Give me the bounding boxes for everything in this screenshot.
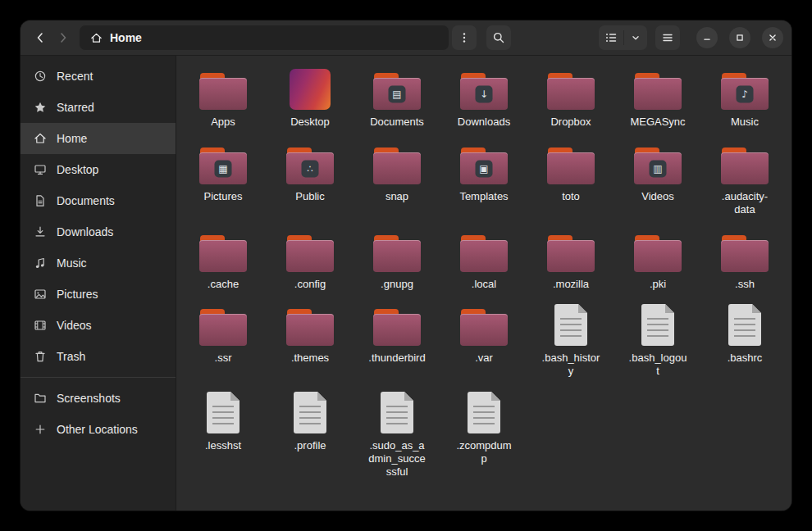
folder-icon	[547, 148, 595, 184]
minimize-button[interactable]	[696, 27, 718, 48]
file-item[interactable]: .bashrc	[701, 300, 788, 378]
file-item[interactable]: snap	[354, 138, 440, 216]
sidebar-item-label: Desktop	[57, 163, 98, 176]
path-label: Home	[110, 31, 142, 44]
file-item[interactable]: Dropbox	[527, 64, 614, 129]
file-label: .lesshst	[205, 439, 241, 452]
file-item[interactable]: .lesshst	[180, 388, 267, 479]
folder-icon	[199, 235, 247, 272]
folder-icon	[286, 235, 334, 272]
file-label: .ssh	[735, 278, 755, 291]
file-label: Downloads	[458, 116, 510, 129]
maximize-button[interactable]	[729, 27, 750, 48]
file-item[interactable]: .sudo_as_admin_successful	[354, 388, 440, 479]
list-view-button[interactable]	[599, 25, 623, 50]
file-item[interactable]: ▤ Documents	[354, 64, 440, 129]
file-item[interactable]: ♪ Music	[701, 64, 788, 129]
view-options-button[interactable]	[452, 25, 477, 50]
clock-icon	[34, 70, 47, 83]
folder-icon: ▣	[460, 148, 508, 184]
close-icon	[767, 32, 778, 43]
folder-icon	[373, 148, 421, 184]
file-item[interactable]: .local	[440, 226, 527, 291]
image-icon	[34, 288, 47, 301]
sidebar-item-label: Home	[57, 132, 87, 145]
sidebar-item-desktop[interactable]: Desktop	[21, 154, 176, 185]
folder-icon: ∴	[286, 148, 334, 184]
file-item[interactable]: .mozilla	[527, 226, 614, 291]
file-item[interactable]: Apps	[180, 64, 267, 129]
file-item[interactable]: .profile	[267, 388, 354, 479]
sidebar-item-other-locations[interactable]: Other Locations	[21, 414, 176, 445]
file-label: Templates	[459, 190, 508, 203]
folder-icon	[721, 148, 769, 184]
file-item[interactable]: .audacity-data	[701, 138, 788, 216]
file-item[interactable]: Desktop	[267, 64, 354, 129]
file-label: toto	[562, 190, 580, 203]
file-item[interactable]: .var	[440, 300, 527, 378]
search-button[interactable]	[486, 25, 511, 50]
file-item[interactable]: MEGASync	[614, 64, 701, 129]
path-bar[interactable]: Home	[80, 25, 449, 50]
files-view[interactable]: Apps Desktop ▤ Documents ↓ Downloads Dro…	[176, 56, 791, 511]
folder-icon	[373, 235, 421, 272]
file-item[interactable]: ▦ Pictures	[180, 138, 267, 216]
file-item[interactable]: ▣ Templates	[440, 138, 527, 216]
sidebar: Recent Starred Home Desktop	[21, 56, 176, 511]
sidebar-item-screenshots[interactable]: Screenshots	[21, 383, 176, 414]
close-button[interactable]	[762, 27, 783, 48]
file-item[interactable]: .pki	[614, 226, 701, 291]
download-arrow-icon	[34, 225, 47, 238]
file-item[interactable]: ∴ Public	[267, 138, 354, 216]
file-item[interactable]: .ssr	[180, 300, 267, 378]
sidebar-item-starred[interactable]: Starred	[21, 92, 176, 123]
folder-icon: ↓	[460, 73, 508, 110]
emblem-film-icon: ▥	[650, 160, 667, 177]
forward-button[interactable]	[52, 26, 75, 49]
file-item[interactable]: .thunderbird	[354, 300, 440, 378]
file-item[interactable]: .gnupg	[354, 226, 440, 291]
text-file-icon	[728, 304, 761, 346]
folder-icon	[634, 235, 682, 272]
file-label: .config	[294, 278, 326, 291]
sidebar-item-pictures[interactable]: Pictures	[21, 279, 176, 310]
sidebar-separator	[21, 377, 176, 378]
sidebar-item-music[interactable]: Music	[21, 247, 176, 279]
file-item[interactable]: ▥ Videos	[614, 138, 701, 216]
file-item[interactable]: toto	[527, 138, 614, 216]
text-file-icon	[381, 392, 413, 433]
folder-icon	[547, 235, 595, 272]
folder-icon	[460, 235, 508, 272]
file-item[interactable]: .bash_logout	[614, 300, 701, 378]
file-item[interactable]: .zcompdump	[440, 388, 527, 479]
header-bar: Home	[21, 20, 791, 56]
sidebar-item-label: Videos	[57, 319, 92, 332]
file-item[interactable]: .bash_history	[527, 300, 614, 378]
sidebar-item-downloads[interactable]: Downloads	[21, 216, 176, 247]
sidebar-item-home[interactable]: Home	[21, 123, 176, 154]
main-menu-button[interactable]	[655, 25, 680, 50]
file-item[interactable]: .config	[267, 226, 354, 291]
file-item[interactable]: .cache	[180, 226, 267, 291]
sidebar-item-documents[interactable]: Documents	[21, 185, 176, 216]
plus-icon	[34, 423, 47, 436]
sidebar-item-label: Starred	[57, 101, 94, 114]
file-item[interactable]: ↓ Downloads	[440, 64, 527, 129]
folder-icon: ▦	[199, 148, 247, 184]
file-label: .themes	[291, 352, 329, 365]
sidebar-item-label: Documents	[57, 194, 115, 207]
file-manager-window: Home	[21, 20, 791, 511]
sidebar-item-recent[interactable]: Recent	[21, 61, 176, 92]
file-label: .ssr	[215, 352, 232, 365]
trash-icon	[34, 350, 47, 363]
file-item[interactable]: .ssh	[701, 226, 788, 291]
view-dropdown-button[interactable]	[624, 25, 647, 50]
sidebar-item-videos[interactable]: Videos	[21, 310, 176, 341]
back-button[interactable]	[29, 26, 52, 49]
emblem-document-icon: ▤	[389, 86, 406, 103]
file-label: .var	[475, 352, 493, 365]
maximize-icon	[734, 32, 746, 43]
chevron-right-icon	[57, 31, 70, 44]
sidebar-item-trash[interactable]: Trash	[21, 341, 176, 372]
file-item[interactable]: .themes	[267, 300, 354, 378]
